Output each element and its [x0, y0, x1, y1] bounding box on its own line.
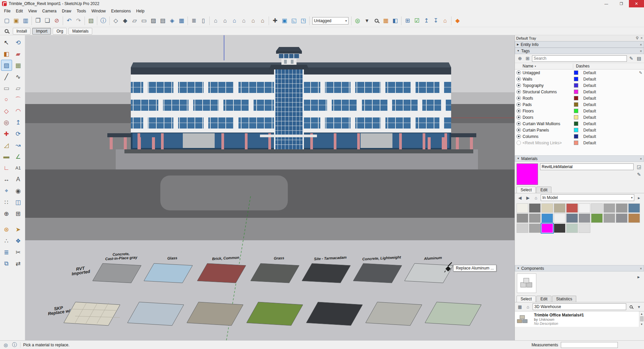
send-to-layout-icon[interactable]: ◆: [453, 16, 462, 26]
tags-column-headers[interactable]: Name▾ Dashes: [515, 63, 644, 69]
sample-paint-button[interactable]: ✎: [636, 171, 642, 178]
close-button[interactable]: ✕: [629, 0, 644, 7]
garage-tool-icon[interactable]: ⌂: [249, 16, 258, 26]
warehouse-search-button[interactable]: [628, 303, 634, 310]
tag-dashes-value[interactable]: Default: [583, 77, 596, 82]
tag-row[interactable]: UntaggedDefault✎: [515, 69, 644, 76]
add-tag-folder-button[interactable]: ⊞: [524, 55, 531, 62]
tab-install[interactable]: Install: [13, 28, 31, 35]
save-icon[interactable]: ▥: [21, 16, 30, 26]
download-model-icon[interactable]: ↧: [431, 16, 440, 26]
materials-collection-dropdown[interactable]: In Model ▾: [541, 194, 634, 201]
components-tab-select[interactable]: Select: [517, 296, 536, 302]
north-arrow-tool[interactable]: ➤: [13, 224, 24, 235]
material-swatch[interactable]: [541, 223, 553, 233]
text-tool[interactable]: A1: [13, 162, 24, 173]
protractor-tool[interactable]: ∠: [13, 151, 24, 162]
tag-color-chip[interactable]: [574, 134, 578, 139]
visibility-eye-icon[interactable]: [517, 109, 521, 113]
material-swatch[interactable]: [529, 223, 541, 233]
tag-dashes-value[interactable]: Default: [583, 121, 596, 126]
material-swatch[interactable]: [616, 203, 628, 213]
floors-tool-icon[interactable]: ≣: [189, 16, 199, 26]
material-swatch[interactable]: [579, 203, 590, 213]
paint-bucket-tool[interactable]: ◧: [1, 48, 12, 59]
active-tag-dropdown[interactable]: Untagged▾: [312, 17, 348, 24]
material-swatch[interactable]: [591, 213, 603, 223]
credits-info-icon[interactable]: ⓘ: [11, 342, 17, 348]
image-tool-icon[interactable]: ▦: [381, 16, 390, 26]
materials-tab-edit[interactable]: Edit: [536, 187, 551, 193]
pushpull-tool-icon[interactable]: ▱: [130, 16, 139, 26]
visibility-eye-icon[interactable]: [517, 77, 521, 81]
follow-me-tool[interactable]: ↝: [13, 140, 24, 151]
scissors-tool[interactable]: ✂: [13, 247, 24, 258]
components-details-button[interactable]: ▸: [635, 273, 642, 280]
material-swatch[interactable]: [579, 213, 590, 223]
tags-close-icon[interactable]: ×: [640, 49, 642, 53]
material-swatch[interactable]: [517, 213, 528, 223]
face-tool-icon[interactable]: ◇: [111, 16, 120, 26]
upload-model-icon[interactable]: ↥: [422, 16, 431, 26]
visibility-eye-icon[interactable]: [517, 90, 521, 94]
dashes-column-header[interactable]: Dashes: [573, 64, 642, 68]
window-tool-icon[interactable]: ⌂: [220, 16, 230, 26]
tag-dashes-value[interactable]: Default: [583, 83, 596, 88]
material-swatch[interactable]: [517, 203, 528, 213]
tag-dashes-value[interactable]: Default: [583, 96, 596, 101]
tag-row[interactable]: Curtain Wall MullionsDefault: [515, 120, 644, 127]
pencil-icon[interactable]: ✎: [639, 70, 642, 75]
material-swatch[interactable]: [579, 223, 590, 233]
material-swatch[interactable]: [541, 203, 553, 213]
materials-close-icon[interactable]: ×: [640, 157, 642, 161]
measurements-input[interactable]: [561, 342, 618, 348]
select-tool[interactable]: ↖: [1, 37, 12, 48]
styles-circle-icon[interactable]: ◎: [353, 16, 362, 26]
components-scrollbar[interactable]: ▲ ▼: [639, 311, 644, 327]
redo-icon[interactable]: ↷: [74, 16, 83, 26]
scroll-up-icon[interactable]: ▲: [640, 311, 643, 316]
intersect-tool-icon[interactable]: ▨: [149, 16, 158, 26]
materials-header[interactable]: ▼ Materials ×: [515, 155, 644, 162]
dimension-tool[interactable]: ↔: [1, 174, 12, 185]
tag-dashes-value[interactable]: Default: [583, 128, 596, 133]
polygon-tool[interactable]: ◇: [1, 105, 12, 116]
warehouse-icon[interactable]: ⌂: [440, 16, 450, 26]
tag-dashes-value[interactable]: Default: [583, 141, 596, 145]
menu-extensions[interactable]: Extensions: [108, 8, 133, 14]
tag-row[interactable]: Curtain PanelsDefault: [515, 127, 644, 133]
tag-row[interactable]: <Revit Missing Links>Default: [515, 140, 644, 146]
back-button[interactable]: ◀: [517, 194, 523, 201]
add-tag-button[interactable]: ⊕: [517, 55, 523, 62]
tray-close-icon[interactable]: ×: [641, 36, 643, 40]
door-tool-icon[interactable]: ⌂: [230, 16, 239, 26]
geolocation-icon[interactable]: ◎: [3, 342, 9, 348]
model-viewport[interactable]: Concrete,Cast-in-Place grayGlassBrick, C…: [25, 35, 515, 340]
material-swatch[interactable]: [529, 213, 541, 223]
tag-dashes-value[interactable]: Default: [583, 134, 596, 139]
tray-pin-icon[interactable]: ⚲: [636, 36, 639, 40]
tag-dashes-value[interactable]: Default: [583, 90, 596, 94]
tab-org[interactable]: Org: [53, 28, 67, 35]
visibility-eye-icon[interactable]: [517, 134, 521, 139]
menu-tools[interactable]: Tools: [74, 8, 89, 14]
undo-icon[interactable]: ↶: [64, 16, 74, 26]
material-swatch[interactable]: [566, 203, 578, 213]
material-swatch[interactable]: [566, 223, 578, 233]
tag-color-chip[interactable]: [574, 77, 578, 81]
material-swatch[interactable]: [529, 203, 541, 213]
offset-tool-icon[interactable]: ▭: [139, 16, 149, 26]
tags-pencil-button[interactable]: ✎: [628, 55, 635, 62]
drag-move-icon[interactable]: ✚: [270, 16, 280, 26]
material-name-input[interactable]: [540, 163, 634, 170]
offset-tool[interactable]: ◎: [1, 117, 12, 128]
tab-materials[interactable]: Materials: [68, 28, 92, 35]
visibility-eye-icon[interactable]: [517, 141, 521, 145]
outer-shell-tool-icon[interactable]: ▤: [158, 16, 167, 26]
paint-tool-icon[interactable]: ◧: [390, 16, 400, 26]
freehand-tool[interactable]: ∿: [13, 71, 24, 82]
axes-tool[interactable]: ∟: [1, 162, 12, 173]
rotated-rectangle-tool[interactable]: ▱: [13, 83, 24, 94]
rectangle-tool[interactable]: ▭: [1, 83, 12, 94]
rotate-tool[interactable]: ⟳: [13, 128, 24, 139]
